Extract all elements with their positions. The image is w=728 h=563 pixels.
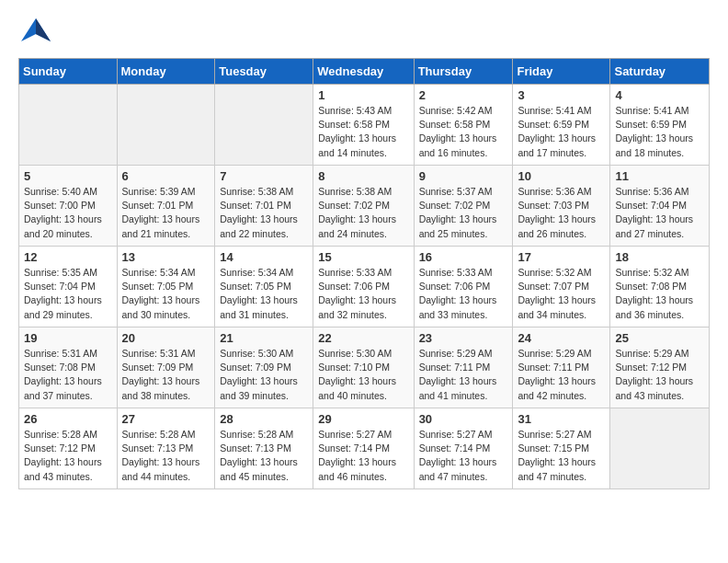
day-cell: 17Sunrise: 5:32 AM Sunset: 7:07 PM Dayli… — [513, 247, 610, 327]
day-cell: 15Sunrise: 5:33 AM Sunset: 7:06 PM Dayli… — [313, 247, 414, 327]
day-info: Sunrise: 5:27 AM Sunset: 7:14 PM Dayligh… — [318, 428, 408, 484]
day-cell: 31Sunrise: 5:27 AM Sunset: 7:15 PM Dayli… — [513, 408, 610, 489]
day-cell: 27Sunrise: 5:28 AM Sunset: 7:13 PM Dayli… — [117, 408, 215, 489]
day-cell: 16Sunrise: 5:33 AM Sunset: 7:06 PM Dayli… — [414, 247, 513, 327]
day-cell: 25Sunrise: 5:29 AM Sunset: 7:12 PM Dayli… — [610, 327, 710, 408]
col-header-monday: Monday — [117, 59, 215, 85]
day-number: 26 — [24, 412, 112, 426]
day-cell: 1Sunrise: 5:43 AM Sunset: 6:58 PM Daylig… — [313, 85, 414, 166]
day-cell: 3Sunrise: 5:41 AM Sunset: 6:59 PM Daylig… — [513, 85, 610, 166]
header — [18, 14, 710, 49]
day-number: 23 — [419, 331, 508, 345]
day-cell: 4Sunrise: 5:41 AM Sunset: 6:59 PM Daylig… — [610, 85, 710, 166]
day-number: 28 — [220, 412, 308, 426]
day-info: Sunrise: 5:33 AM Sunset: 7:06 PM Dayligh… — [419, 266, 508, 322]
day-number: 17 — [518, 250, 605, 264]
day-info: Sunrise: 5:31 AM Sunset: 7:08 PM Dayligh… — [24, 347, 112, 403]
day-number: 9 — [419, 169, 508, 183]
day-number: 20 — [122, 331, 210, 345]
day-number: 31 — [518, 412, 605, 426]
day-cell: 26Sunrise: 5:28 AM Sunset: 7:12 PM Dayli… — [19, 408, 118, 489]
day-cell: 5Sunrise: 5:40 AM Sunset: 7:00 PM Daylig… — [19, 166, 118, 247]
day-number: 7 — [220, 169, 308, 183]
day-number: 3 — [518, 88, 605, 102]
col-header-sunday: Sunday — [19, 59, 118, 85]
day-info: Sunrise: 5:28 AM Sunset: 7:13 PM Dayligh… — [122, 428, 210, 484]
day-number: 1 — [318, 88, 408, 102]
day-info: Sunrise: 5:39 AM Sunset: 7:01 PM Dayligh… — [122, 185, 210, 241]
day-info: Sunrise: 5:27 AM Sunset: 7:14 PM Dayligh… — [419, 428, 508, 484]
day-cell: 21Sunrise: 5:30 AM Sunset: 7:09 PM Dayli… — [215, 327, 313, 408]
day-number: 12 — [24, 250, 112, 264]
day-info: Sunrise: 5:29 AM Sunset: 7:11 PM Dayligh… — [419, 347, 508, 403]
week-row-1: 1Sunrise: 5:43 AM Sunset: 6:58 PM Daylig… — [19, 85, 710, 166]
day-info: Sunrise: 5:41 AM Sunset: 6:59 PM Dayligh… — [615, 104, 704, 160]
header-row: SundayMondayTuesdayWednesdayThursdayFrid… — [19, 59, 710, 85]
day-number: 18 — [615, 250, 704, 264]
day-cell — [610, 408, 710, 489]
day-cell — [117, 85, 215, 166]
day-cell: 6Sunrise: 5:39 AM Sunset: 7:01 PM Daylig… — [117, 166, 215, 247]
day-info: Sunrise: 5:31 AM Sunset: 7:09 PM Dayligh… — [122, 347, 210, 403]
day-info: Sunrise: 5:42 AM Sunset: 6:58 PM Dayligh… — [419, 104, 508, 160]
calendar-table: SundayMondayTuesdayWednesdayThursdayFrid… — [18, 58, 710, 489]
day-info: Sunrise: 5:32 AM Sunset: 7:07 PM Dayligh… — [518, 266, 605, 322]
day-info: Sunrise: 5:35 AM Sunset: 7:04 PM Dayligh… — [24, 266, 112, 322]
day-info: Sunrise: 5:30 AM Sunset: 7:09 PM Dayligh… — [220, 347, 308, 403]
day-number: 2 — [419, 88, 508, 102]
day-number: 30 — [419, 412, 508, 426]
day-info: Sunrise: 5:34 AM Sunset: 7:05 PM Dayligh… — [122, 266, 210, 322]
day-cell — [19, 85, 118, 166]
day-cell — [215, 85, 313, 166]
day-info: Sunrise: 5:43 AM Sunset: 6:58 PM Dayligh… — [318, 104, 408, 160]
day-cell: 24Sunrise: 5:29 AM Sunset: 7:11 PM Dayli… — [513, 327, 610, 408]
day-info: Sunrise: 5:29 AM Sunset: 7:12 PM Dayligh… — [615, 347, 704, 403]
day-number: 8 — [318, 169, 408, 183]
day-info: Sunrise: 5:30 AM Sunset: 7:10 PM Dayligh… — [318, 347, 408, 403]
day-cell: 7Sunrise: 5:38 AM Sunset: 7:01 PM Daylig… — [215, 166, 313, 247]
day-info: Sunrise: 5:37 AM Sunset: 7:02 PM Dayligh… — [419, 185, 508, 241]
day-cell: 2Sunrise: 5:42 AM Sunset: 6:58 PM Daylig… — [414, 85, 513, 166]
day-cell: 30Sunrise: 5:27 AM Sunset: 7:14 PM Dayli… — [414, 408, 513, 489]
calendar-page: SundayMondayTuesdayWednesdayThursdayFrid… — [0, 0, 728, 503]
day-info: Sunrise: 5:28 AM Sunset: 7:13 PM Dayligh… — [220, 428, 308, 484]
day-info: Sunrise: 5:32 AM Sunset: 7:08 PM Dayligh… — [615, 266, 704, 322]
day-cell: 9Sunrise: 5:37 AM Sunset: 7:02 PM Daylig… — [414, 166, 513, 247]
day-number: 14 — [220, 250, 308, 264]
day-cell: 11Sunrise: 5:36 AM Sunset: 7:04 PM Dayli… — [610, 166, 710, 247]
day-cell: 29Sunrise: 5:27 AM Sunset: 7:14 PM Dayli… — [313, 408, 414, 489]
day-info: Sunrise: 5:33 AM Sunset: 7:06 PM Dayligh… — [318, 266, 408, 322]
day-number: 29 — [318, 412, 408, 426]
day-cell: 12Sunrise: 5:35 AM Sunset: 7:04 PM Dayli… — [19, 247, 118, 327]
day-info: Sunrise: 5:28 AM Sunset: 7:12 PM Dayligh… — [24, 428, 112, 484]
day-info: Sunrise: 5:36 AM Sunset: 7:04 PM Dayligh… — [615, 185, 704, 241]
day-cell: 18Sunrise: 5:32 AM Sunset: 7:08 PM Dayli… — [610, 247, 710, 327]
day-number: 4 — [615, 88, 704, 102]
week-row-3: 12Sunrise: 5:35 AM Sunset: 7:04 PM Dayli… — [19, 247, 710, 327]
day-number: 24 — [518, 331, 605, 345]
day-cell: 13Sunrise: 5:34 AM Sunset: 7:05 PM Dayli… — [117, 247, 215, 327]
day-number: 27 — [122, 412, 210, 426]
day-number: 10 — [518, 169, 605, 183]
day-info: Sunrise: 5:38 AM Sunset: 7:01 PM Dayligh… — [220, 185, 308, 241]
day-number: 22 — [318, 331, 408, 345]
day-info: Sunrise: 5:40 AM Sunset: 7:00 PM Dayligh… — [24, 185, 112, 241]
day-number: 16 — [419, 250, 508, 264]
day-number: 11 — [615, 169, 704, 183]
day-info: Sunrise: 5:41 AM Sunset: 6:59 PM Dayligh… — [518, 104, 605, 160]
day-cell: 8Sunrise: 5:38 AM Sunset: 7:02 PM Daylig… — [313, 166, 414, 247]
logo-bird-icon — [18, 14, 53, 49]
day-info: Sunrise: 5:38 AM Sunset: 7:02 PM Dayligh… — [318, 185, 408, 241]
col-header-wednesday: Wednesday — [313, 59, 414, 85]
day-info: Sunrise: 5:27 AM Sunset: 7:15 PM Dayligh… — [518, 428, 605, 484]
day-number: 13 — [122, 250, 210, 264]
day-number: 19 — [24, 331, 112, 345]
day-cell: 23Sunrise: 5:29 AM Sunset: 7:11 PM Dayli… — [414, 327, 513, 408]
day-info: Sunrise: 5:34 AM Sunset: 7:05 PM Dayligh… — [220, 266, 308, 322]
day-info: Sunrise: 5:36 AM Sunset: 7:03 PM Dayligh… — [518, 185, 605, 241]
day-cell: 22Sunrise: 5:30 AM Sunset: 7:10 PM Dayli… — [313, 327, 414, 408]
day-cell: 19Sunrise: 5:31 AM Sunset: 7:08 PM Dayli… — [19, 327, 118, 408]
logo — [18, 14, 55, 49]
week-row-2: 5Sunrise: 5:40 AM Sunset: 7:00 PM Daylig… — [19, 166, 710, 247]
svg-marker-1 — [36, 18, 51, 41]
